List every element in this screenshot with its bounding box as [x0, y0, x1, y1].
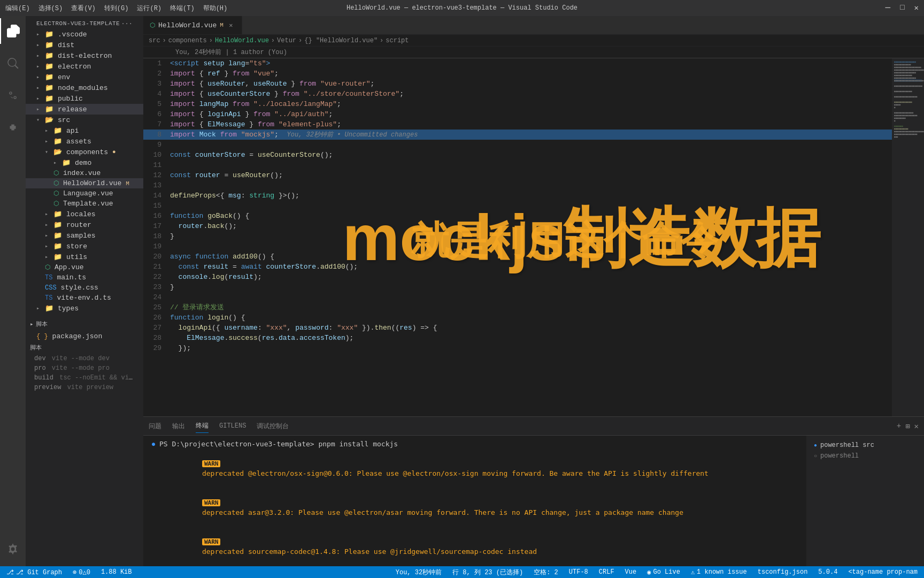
- breadcrumb-vetur[interactable]: Vetur: [277, 37, 296, 44]
- arrow-icon: ▾: [36, 117, 43, 123]
- status-errors[interactable]: ⊗ 0△0: [71, 566, 93, 578]
- sidebar-item-locales[interactable]: ▸ 📁 locales: [26, 209, 143, 219]
- sidebar-item-store[interactable]: ▸ 📁 store: [26, 241, 143, 252]
- sidebar-item-demo[interactable]: ▸ 📁 demo: [26, 157, 143, 168]
- sidebar-item-package-json[interactable]: { } package.json: [26, 331, 143, 341]
- breadcrumb: src › components › HelloWorld.vue › Vetu…: [143, 35, 924, 47]
- tab-close-button[interactable]: ✕: [227, 21, 235, 29]
- sidebar-item-dist-electron[interactable]: ▸ 📁 dist-electron: [26, 50, 143, 61]
- script-pro[interactable]: pro vite --mode pro: [26, 363, 143, 373]
- status-eol[interactable]: CRLF: [597, 566, 617, 578]
- git-icon: ⎇: [6, 568, 14, 576]
- status-spaces[interactable]: 空格: 2: [532, 566, 560, 578]
- menu-select[interactable]: 选择(S): [38, 4, 63, 13]
- explorer-icon[interactable]: [0, 18, 26, 44]
- code-line-13: 13: [143, 180, 892, 191]
- sidebar-item-src[interactable]: ▾ 📂 src: [26, 115, 143, 125]
- sidebar-item-style-css[interactable]: CSS style.css: [26, 283, 143, 293]
- scripts-header[interactable]: ▸ 脚本: [26, 318, 143, 329]
- menu-run[interactable]: 运行(R): [137, 4, 161, 13]
- menu-goto[interactable]: 转到(G): [104, 4, 129, 13]
- sidebar-item-helloworld[interactable]: ⬡ HelloWorld.vue M: [26, 178, 143, 188]
- sidebar-item-samples[interactable]: ▸ 📁 samples: [26, 230, 143, 241]
- sidebar-item-language-vue[interactable]: ⬡ Language.vue: [26, 188, 143, 199]
- sidebar-item-node-modules[interactable]: ▸ 📁 node_modules: [26, 82, 143, 93]
- maximize-button[interactable]: □: [900, 3, 904, 13]
- tab-filename: HelloWorld.vue: [158, 21, 217, 29]
- breadcrumb-script[interactable]: script: [386, 37, 409, 44]
- menu-view[interactable]: 查看(V): [71, 4, 96, 13]
- menu-bar[interactable]: 编辑(E) 选择(S) 查看(V) 转到(G) 运行(R) 终端(T) 帮助(H…: [5, 4, 227, 13]
- status-version[interactable]: 5.0.4: [816, 566, 840, 578]
- folder-icon: 📁: [45, 83, 53, 92]
- terminal-powershell-src[interactable]: ● powershell src: [811, 440, 920, 451]
- menu-help[interactable]: 帮助(H): [203, 4, 228, 13]
- sidebar-item-vite-env[interactable]: TS vite-env.d.ts: [26, 293, 143, 303]
- status-tsconfig[interactable]: tsconfig.json: [756, 566, 810, 578]
- sidebar-item-components[interactable]: ▾ 📂 components ●: [26, 147, 143, 157]
- script-key: build: [34, 374, 53, 382]
- close-button[interactable]: ✕: [914, 3, 919, 13]
- sidebar-item-template-vue[interactable]: ⬡ Template.vue: [26, 199, 143, 209]
- split-terminal-icon[interactable]: ⊞: [905, 422, 910, 431]
- source-control-icon[interactable]: [0, 82, 26, 108]
- sidebar-item-router[interactable]: ▸ 📁 router: [26, 219, 143, 230]
- status-known-issue[interactable]: ⚠ 1 known issue: [689, 566, 749, 578]
- status-filesize[interactable]: 1.88 KiB: [99, 566, 134, 578]
- status-tag-name[interactable]: <tag-name prop-nam: [846, 566, 920, 578]
- terminal-powershell[interactable]: ○ powershell: [811, 451, 920, 461]
- status-author[interactable]: You, 32秒钟前: [394, 566, 444, 578]
- breadcrumb-component[interactable]: {} "HelloWorld.vue": [304, 37, 378, 44]
- code-line-29: 29 });: [143, 343, 892, 353]
- window-controls[interactable]: ─ □ ✕: [886, 3, 919, 13]
- sidebar-item-api[interactable]: ▸ 📁 api: [26, 125, 143, 136]
- status-language[interactable]: Vue: [623, 566, 639, 578]
- sidebar-item-assets[interactable]: ▸ 📁 assets: [26, 136, 143, 147]
- tab-gitlens[interactable]: GITLENS: [219, 420, 246, 432]
- sidebar-item-electron[interactable]: ▸ 📁 electron: [26, 61, 143, 72]
- sidebar-item-env[interactable]: ▸ 📁 env: [26, 72, 143, 82]
- tab-terminal[interactable]: 终端: [196, 419, 209, 433]
- sidebar-item-vscode[interactable]: ▸ 📁 .vscode: [26, 29, 143, 40]
- menu-edit[interactable]: 编辑(E): [5, 4, 30, 13]
- arrow-icon: ▸: [36, 85, 43, 91]
- sidebar-item-types[interactable]: ▸ 📁 types: [26, 303, 143, 314]
- script-preview[interactable]: preview vite preview: [26, 383, 143, 392]
- sidebar-item-index-vue[interactable]: ⬡ index.vue: [26, 168, 143, 178]
- tab-debug-console[interactable]: 调试控制台: [257, 420, 289, 433]
- sidebar-item-release[interactable]: ▸ 📁 release: [26, 104, 143, 115]
- sidebar-item-utils[interactable]: ▸ 📁 utils: [26, 252, 143, 262]
- extensions-icon[interactable]: [0, 115, 26, 140]
- script-dev[interactable]: dev vite --mode dev: [26, 354, 143, 363]
- sidebar-item-label: api: [66, 127, 79, 135]
- status-line-col[interactable]: 行 8, 列 23 (已选择): [450, 566, 525, 578]
- settings-icon[interactable]: [0, 536, 26, 562]
- status-encoding[interactable]: UTF-8: [567, 566, 590, 578]
- new-terminal-icon[interactable]: +: [897, 422, 901, 430]
- code-line-7: 7 import { ElMessage } from "element-plu…: [143, 119, 892, 130]
- code-line-9: 9: [143, 140, 892, 150]
- terminal-session-indicator: ● PS D:\project\electron-vue3-template> …: [152, 440, 798, 448]
- menu-terminal[interactable]: 终端(T): [170, 4, 195, 13]
- sidebar-item-dist[interactable]: ▸ 📁 dist: [26, 40, 143, 50]
- minimize-button[interactable]: ─: [886, 3, 891, 13]
- tab-output[interactable]: 输出: [172, 420, 185, 433]
- sidebar-more-icon[interactable]: ···: [121, 20, 133, 27]
- breadcrumb-file[interactable]: HelloWorld.vue: [215, 37, 269, 44]
- status-git-graph[interactable]: ⎇ ⎇ Git Graph: [4, 566, 64, 578]
- close-terminal-icon[interactable]: ✕: [914, 422, 919, 431]
- warn-badge: WARN: [202, 538, 221, 545]
- sidebar-item-app-vue[interactable]: ⬡ App.vue: [26, 262, 143, 272]
- code-line-11: 11: [143, 160, 892, 170]
- sidebar-item-main-ts[interactable]: TS main.ts: [26, 272, 143, 283]
- tab-helloworld[interactable]: ⬡ HelloWorld.vue M ✕: [143, 16, 242, 34]
- code-editor[interactable]: 1 <script setup lang="ts"> 2 import { re…: [143, 58, 892, 416]
- breadcrumb-components[interactable]: components: [168, 37, 207, 44]
- status-go-live[interactable]: ◉ Go Live: [645, 566, 682, 578]
- sidebar-item-public[interactable]: ▸ 📁 public: [26, 93, 143, 104]
- script-build[interactable]: build tsc --noEmit && vite build --mode …: [26, 373, 143, 383]
- tab-problems[interactable]: 问题: [149, 420, 161, 433]
- search-icon[interactable]: [0, 50, 26, 76]
- terminal-body[interactable]: ● PS D:\project\electron-vue3-template> …: [143, 436, 806, 566]
- breadcrumb-src[interactable]: src: [149, 37, 160, 44]
